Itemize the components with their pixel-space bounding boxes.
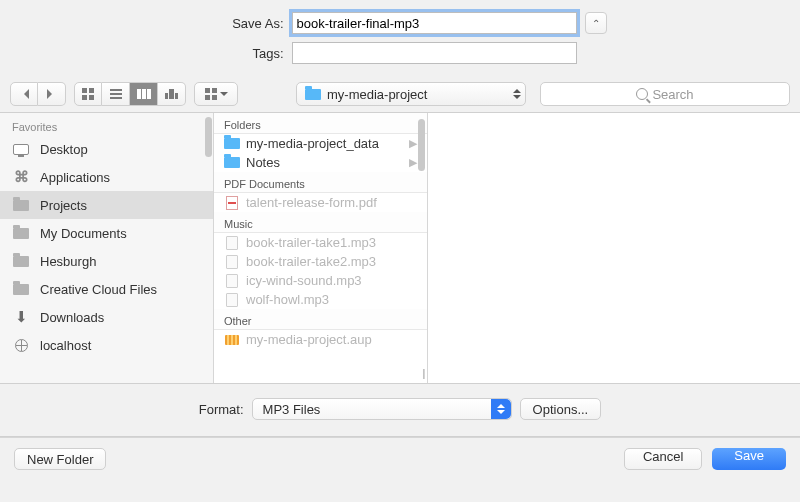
file-item: talent-release-form.pdf	[214, 193, 427, 212]
toolbar: my-media-project Search	[0, 80, 800, 112]
save-button[interactable]: Save	[712, 448, 786, 470]
arrange-icon	[205, 88, 217, 100]
tags-label: Tags:	[194, 46, 284, 61]
view-list-button[interactable]	[102, 82, 130, 106]
audio-file-icon	[226, 293, 238, 307]
file-item: wolf-howl.mp3	[214, 290, 427, 309]
folder-icon	[13, 200, 29, 211]
desktop-icon	[13, 144, 29, 155]
group-header-pdf: PDF Documents	[214, 172, 427, 193]
new-folder-button[interactable]: New Folder	[14, 448, 106, 470]
file-label: wolf-howl.mp3	[246, 292, 329, 307]
view-columns-button[interactable]	[130, 82, 158, 106]
format-select[interactable]: MP3 Files	[252, 398, 512, 420]
sidebar-item-localhost[interactable]: localhost	[0, 331, 213, 359]
columns-icon	[137, 89, 151, 99]
save-as-input[interactable]	[292, 12, 577, 34]
grid-icon	[82, 88, 94, 100]
sidebar-scrollbar[interactable]	[205, 117, 212, 157]
chevron-left-icon	[19, 87, 29, 102]
chevron-up-icon: ⌃	[592, 18, 600, 29]
file-item[interactable]: my-media-project_data ▶	[214, 134, 427, 153]
audio-file-icon	[226, 274, 238, 288]
nav-forward-button[interactable]	[38, 82, 66, 106]
collapse-panel-button[interactable]: ⌃	[585, 12, 607, 34]
sidebar-item-label: localhost	[40, 338, 91, 353]
path-popup-button[interactable]: my-media-project	[296, 82, 526, 106]
folder-icon	[13, 256, 29, 267]
column-resize-handle[interactable]: ||	[422, 367, 424, 379]
options-label: Options...	[533, 402, 589, 417]
file-item[interactable]: Notes ▶	[214, 153, 427, 172]
column-scrollbar[interactable]	[418, 119, 425, 171]
file-column: Folders my-media-project_data ▶ Notes ▶ …	[214, 113, 428, 383]
sidebar-item-creative-cloud[interactable]: Creative Cloud Files	[0, 275, 213, 303]
sidebar-item-desktop[interactable]: Desktop	[0, 135, 213, 163]
coverflow-icon	[165, 89, 179, 99]
pdf-icon	[226, 196, 238, 210]
file-item: book-trailer-take2.mp3	[214, 252, 427, 271]
file-label: talent-release-form.pdf	[246, 195, 377, 210]
globe-icon	[15, 339, 28, 352]
audio-file-icon	[226, 236, 238, 250]
file-label: book-trailer-take1.mp3	[246, 235, 376, 250]
sidebar-item-label: Desktop	[40, 142, 88, 157]
updown-icon	[513, 87, 521, 101]
list-icon	[110, 89, 122, 99]
file-item: book-trailer-take1.mp3	[214, 233, 427, 252]
updown-icon	[497, 402, 505, 416]
cancel-button[interactable]: Cancel	[624, 448, 702, 470]
file-label: book-trailer-take2.mp3	[246, 254, 376, 269]
file-label: icy-wind-sound.mp3	[246, 273, 362, 288]
folder-icon	[224, 157, 240, 168]
file-label: Notes	[246, 155, 280, 170]
sidebar-item-hesburgh[interactable]: Hesburgh	[0, 247, 213, 275]
sidebar-item-label: My Documents	[40, 226, 127, 241]
sidebar-item-label: Downloads	[40, 310, 104, 325]
sidebar-item-label: Projects	[40, 198, 87, 213]
arrange-menu-button[interactable]	[194, 82, 238, 106]
disclosure-icon: ▶	[409, 156, 417, 169]
tags-input[interactable]	[292, 42, 577, 64]
file-label: my-media-project_data	[246, 136, 379, 151]
format-label: Format:	[199, 402, 244, 417]
sidebar-item-my-documents[interactable]: My Documents	[0, 219, 213, 247]
applications-icon: ⌘	[14, 168, 29, 186]
nav-back-button[interactable]	[10, 82, 38, 106]
sidebar-heading-favorites: Favorites	[0, 117, 213, 135]
view-coverflow-button[interactable]	[158, 82, 186, 106]
sidebar-item-downloads[interactable]: ⬇ Downloads	[0, 303, 213, 331]
format-selected-value: MP3 Files	[263, 402, 321, 417]
chevron-right-icon	[47, 87, 57, 102]
spacer	[585, 42, 607, 64]
folder-icon	[305, 89, 321, 100]
folder-icon	[13, 284, 29, 295]
search-icon	[636, 88, 648, 100]
aup-file-icon	[225, 335, 239, 345]
sidebar-item-applications[interactable]: ⌘ Applications	[0, 163, 213, 191]
save-label: Save	[734, 448, 764, 463]
sidebar-item-label: Creative Cloud Files	[40, 282, 157, 297]
options-button[interactable]: Options...	[520, 398, 602, 420]
disclosure-icon: ▶	[409, 137, 417, 150]
folder-icon	[224, 138, 240, 149]
column-browser: Favorites Desktop ⌘ Applications Project…	[0, 112, 800, 384]
sidebar: Favorites Desktop ⌘ Applications Project…	[0, 113, 214, 383]
sidebar-item-label: Applications	[40, 170, 110, 185]
downloads-icon: ⬇	[15, 308, 28, 326]
preview-pane: ||	[428, 113, 800, 383]
save-as-label: Save As:	[194, 16, 284, 31]
group-header-music: Music	[214, 212, 427, 233]
audio-file-icon	[226, 255, 238, 269]
new-folder-label: New Folder	[27, 452, 93, 467]
view-icons-button[interactable]	[74, 82, 102, 106]
file-label: my-media-project.aup	[246, 332, 372, 347]
search-placeholder: Search	[652, 87, 693, 102]
search-input[interactable]: Search	[540, 82, 790, 106]
folder-icon	[13, 228, 29, 239]
cancel-label: Cancel	[643, 449, 683, 464]
sidebar-item-projects[interactable]: Projects	[0, 191, 213, 219]
path-folder-label: my-media-project	[327, 87, 427, 102]
file-item: icy-wind-sound.mp3	[214, 271, 427, 290]
group-header-folders: Folders	[214, 113, 427, 134]
